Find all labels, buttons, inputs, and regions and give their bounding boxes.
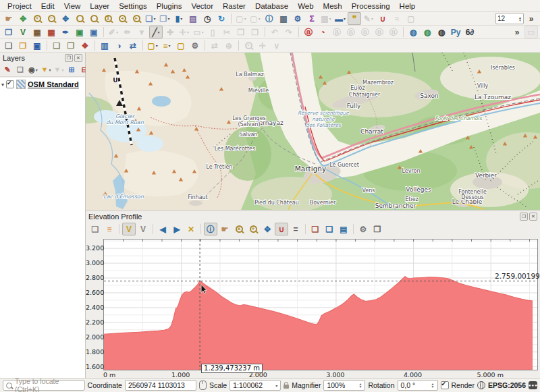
zoom-last-icon[interactable]: ◂ bbox=[115, 12, 129, 25]
layer-row-osm-standard[interactable]: ▾ OSM Standard bbox=[0, 79, 85, 90]
add-layers-icon[interactable]: ❏ bbox=[88, 223, 102, 235]
new-map-view-icon[interactable]: ❏ bbox=[144, 12, 157, 25]
pan-map-icon[interactable]: ☛ bbox=[2, 12, 16, 25]
zoom-out-icon[interactable]: − bbox=[45, 12, 58, 25]
identify-features-icon[interactable]: ⓘ bbox=[263, 12, 276, 25]
menu-mesh[interactable]: Mesh bbox=[319, 1, 347, 11]
menu-help[interactable]: Help bbox=[395, 1, 421, 11]
configure-layers-icon[interactable]: ≡ bbox=[103, 223, 116, 235]
new-print-layout-icon[interactable]: ❏ bbox=[50, 39, 63, 52]
show-layout-manager-icon[interactable]: ❐ bbox=[64, 39, 78, 52]
zoom-in-icon[interactable]: + bbox=[30, 12, 44, 25]
rotation-spinbox[interactable]: 0,0 °▲▼ bbox=[398, 380, 438, 391]
layers-panel-float-icon[interactable]: ❐ bbox=[65, 54, 73, 62]
enable-snapping-icon[interactable]: ∪ bbox=[376, 12, 389, 25]
enable-snapping-chart-icon[interactable]: ∪ bbox=[275, 223, 288, 235]
zoom-to-native-resolution-icon[interactable]: 1 bbox=[101, 12, 115, 25]
mouse-position-icon[interactable] bbox=[199, 381, 207, 390]
digitize-with-segment-icon[interactable]: ╱ bbox=[149, 26, 163, 38]
menu-processing[interactable]: Processing bbox=[347, 1, 395, 11]
zoom-next-icon[interactable]: ▸ bbox=[130, 12, 143, 25]
expand-all-icon[interactable]: ⊞ bbox=[65, 64, 78, 76]
show-spatial-bookmarks-icon[interactable]: ▤ bbox=[186, 12, 200, 25]
zoom-full-chart-icon[interactable]: ✥ bbox=[261, 223, 274, 235]
processing-toolbox-icon[interactable]: ⚙ bbox=[291, 12, 304, 25]
clear-icon[interactable]: ✕ bbox=[184, 223, 198, 235]
map-tips-icon[interactable]: ❞ bbox=[348, 12, 361, 25]
zoom-full-icon[interactable]: ✥ bbox=[59, 12, 72, 25]
temporal-controller-panel-icon[interactable]: ◷ bbox=[200, 12, 214, 25]
metasearch-catalog-services-icon[interactable]: ◍ bbox=[406, 26, 420, 38]
new-project-icon[interactable]: ❏ bbox=[2, 39, 16, 52]
osm-place-search-icon[interactable]: ◍ bbox=[421, 26, 434, 38]
identify-features-chart-icon[interactable]: ⓘ bbox=[204, 223, 217, 235]
measure-line-icon[interactable]: ▬ bbox=[333, 12, 347, 25]
menu-plugins[interactable]: Plugins bbox=[152, 1, 187, 11]
layer-diagram-options-icon[interactable]: ◔ bbox=[316, 26, 329, 38]
add-mesh-layer-icon[interactable]: ▦ bbox=[45, 26, 58, 38]
toolbar-overflow-2-icon[interactable]: » bbox=[510, 26, 524, 38]
snapping-tolerance-spinbox[interactable]: 12▲▼ bbox=[495, 13, 524, 24]
elevation-panel-float-icon[interactable]: ❐ bbox=[520, 213, 528, 221]
menu-view[interactable]: View bbox=[59, 1, 86, 11]
save-project-icon[interactable]: ▣ bbox=[30, 39, 44, 52]
expander-icon[interactable]: ▾ bbox=[1, 82, 4, 88]
add-vector-layer-icon[interactable]: V bbox=[16, 26, 30, 38]
nudge-right-icon[interactable]: ▶ bbox=[170, 223, 184, 235]
statistical-summary-icon[interactable]: Σ bbox=[305, 12, 319, 25]
toolbar-overflow-1-icon[interactable]: » bbox=[524, 12, 538, 25]
filter-legend-icon[interactable]: ▼ bbox=[40, 64, 52, 76]
open-attribute-table-icon[interactable]: ▦ bbox=[277, 12, 290, 25]
scale-lock-icon[interactable] bbox=[284, 385, 289, 389]
osm-info-icon[interactable]: 6∂ bbox=[463, 26, 477, 38]
elevation-panel-close-icon[interactable]: ✕ bbox=[529, 213, 537, 221]
export-as-image-icon[interactable]: ❏ bbox=[323, 223, 336, 235]
zoom-x-axis-icon[interactable]: x bbox=[232, 223, 246, 235]
menu-project[interactable]: Project bbox=[3, 1, 36, 11]
layer-name[interactable]: OSM Standard bbox=[28, 80, 79, 88]
profile-options-icon[interactable]: ⚙ bbox=[356, 223, 370, 235]
db-manager-icon[interactable]: ◑ bbox=[112, 39, 126, 52]
refresh-map-icon[interactable]: ↻ bbox=[215, 12, 228, 25]
locate-search-input[interactable]: Type to locate (Ctrl+K) bbox=[3, 380, 85, 391]
capture-curve-from-feature-icon[interactable]: V bbox=[136, 223, 150, 235]
export-results-icon[interactable]: ▤ bbox=[337, 223, 350, 235]
nudge-left-icon[interactable]: ◀ bbox=[156, 223, 169, 235]
export-as-pdf-icon[interactable]: ❏ bbox=[308, 223, 322, 235]
crs-globe-icon[interactable] bbox=[477, 381, 485, 389]
add-group-icon[interactable]: ❏ bbox=[14, 64, 26, 76]
manage-map-themes-icon[interactable]: ◉ bbox=[27, 64, 39, 76]
layer-visibility-checkbox[interactable] bbox=[6, 80, 14, 88]
new-spatial-bookmark-icon[interactable]: ▮ bbox=[172, 12, 186, 25]
menu-web[interactable]: Web bbox=[293, 1, 318, 11]
select-features-by-area-icon[interactable]: ▢ bbox=[146, 39, 159, 52]
menu-raster[interactable]: Raster bbox=[218, 1, 250, 11]
menu-vector[interactable]: Vector bbox=[186, 1, 218, 11]
menu-layer[interactable]: Layer bbox=[85, 1, 114, 11]
style-manager-icon[interactable]: ❖ bbox=[78, 39, 92, 52]
crs-code[interactable]: EPSG:2056 bbox=[488, 381, 526, 389]
menu-settings[interactable]: Settings bbox=[114, 1, 152, 11]
osm-downloader-icon[interactable]: ◍ bbox=[435, 26, 448, 38]
dock-as-main-window-icon[interactable]: ❐ bbox=[371, 223, 384, 235]
layers-panel-close-icon[interactable]: ✕ bbox=[74, 54, 82, 62]
messages-icon[interactable]: ●●● bbox=[529, 381, 537, 389]
new-virtual-layer-icon[interactable]: ▣ bbox=[87, 26, 101, 38]
python-console-icon[interactable]: Py bbox=[449, 26, 462, 38]
data-source-manager-window-icon[interactable]: ▥ bbox=[98, 39, 111, 52]
select-features-by-value-icon[interactable]: ≡ bbox=[160, 39, 173, 52]
new-3d-map-view-icon[interactable]: ❐ bbox=[158, 12, 171, 25]
open-project-icon[interactable]: ❒ bbox=[16, 39, 30, 52]
new-geopackage-layer-icon[interactable]: ▣ bbox=[73, 26, 86, 38]
add-raster-layer-icon[interactable]: ▦ bbox=[30, 26, 44, 38]
new-shapefile-layer-icon[interactable]: ✒ bbox=[59, 26, 72, 38]
measure-distances-icon[interactable]: = bbox=[289, 223, 302, 235]
magnifier-spinbox[interactable]: 100%▲▼ bbox=[323, 380, 365, 391]
scale-combobox[interactable]: 1:100062▾ bbox=[230, 380, 281, 391]
menu-database[interactable]: Database bbox=[250, 1, 293, 11]
map-canvas[interactable]: MartignyVernayazFullySaxonCharratVerbier… bbox=[86, 53, 540, 210]
coordinate-input[interactable]: 2560974 1103013 bbox=[125, 380, 196, 391]
zoom-in-chart-icon[interactable]: + bbox=[246, 223, 260, 235]
deselect-all-icon[interactable]: ▢ bbox=[174, 39, 188, 52]
open-layer-styling-panel-icon[interactable]: ✎ bbox=[1, 64, 14, 76]
